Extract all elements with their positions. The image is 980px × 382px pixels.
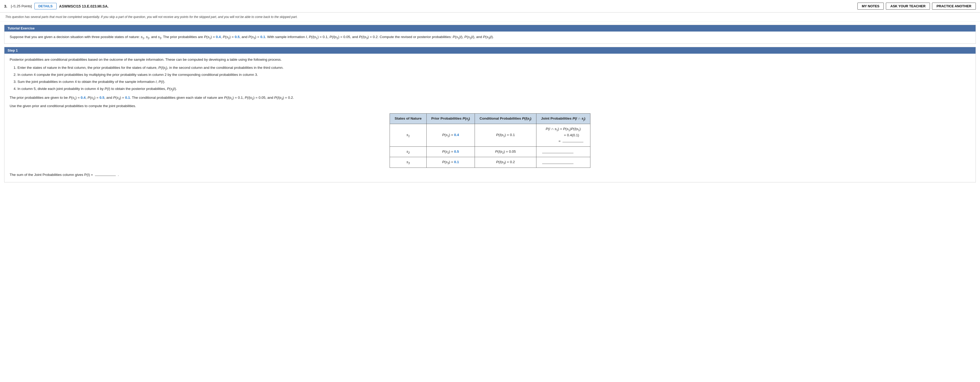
tutorial-header: Tutorial Exercise bbox=[5, 25, 975, 32]
step1-intro: Posterior probabilities are conditional … bbox=[10, 57, 970, 63]
step1-list: Enter the states of nature in the first … bbox=[18, 65, 970, 92]
joint-s2 bbox=[536, 146, 590, 157]
step1-body: Posterior probabilities are conditional … bbox=[5, 57, 975, 178]
my-notes-button[interactable]: MY NOTES bbox=[858, 3, 884, 10]
table-row-s2: s2 P(s2) = 0.5 P(I|s2) = 0.05 bbox=[390, 146, 590, 157]
conditional-s1: P(I|s1) = 0.1 bbox=[475, 124, 536, 147]
conditional-s3: P(I|s3) = 0.2 bbox=[475, 157, 536, 168]
details-button[interactable]: DETAILS bbox=[34, 3, 57, 10]
ask-teacher-button[interactable]: ASK YOUR TEACHER bbox=[886, 3, 930, 10]
question-number: 3. bbox=[4, 4, 7, 8]
prior-text: The prior probabilities are given to be … bbox=[10, 95, 970, 101]
state-s3: s3 bbox=[390, 157, 426, 168]
step1-list-item-1: Enter the states of nature in the first … bbox=[18, 65, 970, 71]
sum-text: The sum of the Joint Probabilities colum… bbox=[10, 173, 93, 177]
table-row-s3: s3 P(s3) = 0.1 P(I|s3) = 0.2 bbox=[390, 157, 590, 168]
sum-row: The sum of the Joint Probabilities colum… bbox=[10, 172, 970, 178]
course-code: ASWMSCI15 13.E.023.MI.SA. bbox=[59, 4, 855, 8]
step1-list-item-4: In column 5, divide each joint probabili… bbox=[18, 86, 970, 92]
use-text: Use the given prior and conditional prob… bbox=[10, 103, 970, 109]
prior-s2: P(s2) = 0.5 bbox=[426, 146, 475, 157]
table-row-s1: s1 P(s1) = 0.4 P(I|s1) = 0.1 P(I ∩ s1) =… bbox=[390, 124, 590, 147]
practice-another-button[interactable]: PRACTICE ANOTHER bbox=[932, 3, 976, 10]
conditional-s2: P(I|s2) = 0.05 bbox=[475, 146, 536, 157]
col-header-joint: Joint Probabilities P(I ∩ sj) bbox=[536, 113, 590, 124]
disclaimer: This question has several parts that mus… bbox=[0, 13, 980, 22]
step1-list-item-3: Sum the joint probabilities in column 4 … bbox=[18, 79, 970, 85]
probability-table: States of Nature Prior Probabilities P(s… bbox=[390, 113, 590, 168]
step1-list-item-2: In column 4 compute the joint probabilit… bbox=[18, 72, 970, 78]
tutorial-text: Suppose that you are given a decision si… bbox=[10, 34, 970, 40]
top-button-group: MY NOTES ASK YOUR TEACHER PRACTICE ANOTH… bbox=[858, 3, 976, 10]
sum-period: . bbox=[118, 173, 119, 177]
prior-s1: P(s1) = 0.4 bbox=[426, 124, 475, 147]
joint-s2-input-display bbox=[542, 153, 573, 153]
col-header-states: States of Nature bbox=[390, 113, 426, 124]
state-s2: s2 bbox=[390, 146, 426, 157]
top-bar: 3. [-/1.25 Points] DETAILS ASWMSCI15 13.… bbox=[0, 0, 980, 13]
prior-s3: P(s3) = 0.1 bbox=[426, 157, 475, 168]
col-header-conditional: Conditional Probabilities P(I|sj) bbox=[475, 113, 536, 124]
joint-s1: P(I ∩ s1) = P(s1)P(I|s1) = 0.4(0.1) = bbox=[536, 124, 590, 147]
step1-section: Step 1 Posterior probabilities are condi… bbox=[4, 47, 976, 182]
col-header-prior: Prior Probabilities P(sj) bbox=[426, 113, 475, 124]
tutorial-section: Tutorial Exercise Suppose that you are g… bbox=[4, 25, 976, 44]
state-s1: s1 bbox=[390, 124, 426, 147]
sum-input-display bbox=[95, 176, 116, 176]
step1-header: Step 1 bbox=[5, 47, 975, 54]
tutorial-body: Suppose that you are given a decision si… bbox=[5, 34, 975, 40]
points-label: [-/1.25 Points] bbox=[11, 4, 32, 8]
joint-s3 bbox=[536, 157, 590, 168]
